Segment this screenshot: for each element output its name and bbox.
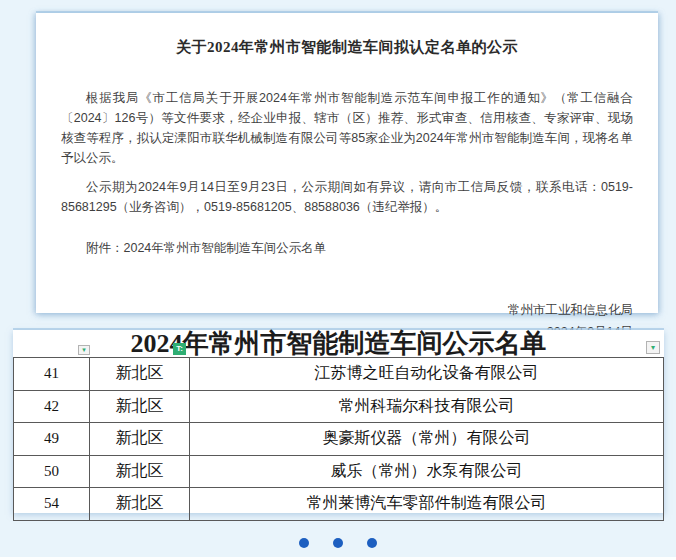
pagination-dot[interactable] bbox=[299, 538, 309, 548]
table-row: 42 新北区 常州科瑞尔科技有限公司 bbox=[14, 390, 664, 423]
pagination bbox=[0, 537, 676, 549]
document-paragraph-1: 根据我局《市工信局关于开展2024年常州市智能制造示范车间申报工作的通知》（常工… bbox=[61, 88, 633, 168]
page: { "colors":{ "page_background":"#e9f4fb"… bbox=[0, 0, 676, 560]
cell-district: 新北区 bbox=[90, 358, 190, 391]
table-row: 49 新北区 奥豪斯仪器（常州）有限公司 bbox=[14, 423, 664, 456]
cell-row-number: 50 bbox=[14, 455, 90, 488]
cell-row-number: 49 bbox=[14, 423, 90, 456]
cell-company-name: 常州莱博汽车零部件制造有限公司 bbox=[190, 488, 664, 521]
signature-issuer: 常州市工业和信息化局 bbox=[61, 299, 633, 321]
filter-applied-icon[interactable]: T: bbox=[173, 343, 186, 355]
cell-district: 新北区 bbox=[90, 455, 190, 488]
cell-company-name: 常州科瑞尔科技有限公司 bbox=[190, 390, 664, 423]
table-title-bar: 2024年常州市智能制造车间公示名单 ▾ T: ▾ bbox=[13, 330, 664, 357]
table-title: 2024年常州市智能制造车间公示名单 bbox=[131, 329, 547, 358]
cell-company-name: 江苏博之旺自动化设备有限公司 bbox=[190, 358, 664, 391]
cell-row-number: 41 bbox=[14, 358, 90, 391]
cell-company-name: 奥豪斯仪器（常州）有限公司 bbox=[190, 423, 664, 456]
cell-district: 新北区 bbox=[90, 390, 190, 423]
pagination-dot[interactable] bbox=[333, 538, 343, 548]
column-filter-dropdown-icon[interactable]: ▾ bbox=[646, 341, 660, 354]
announcement-document: 关于2024年常州市智能制造车间拟认定名单的公示 根据我局《市工信局关于开展20… bbox=[36, 13, 658, 313]
pagination-dot[interactable] bbox=[367, 538, 377, 548]
table-row: 41 新北区 江苏博之旺自动化设备有限公司 bbox=[14, 358, 664, 391]
table-row: 54 新北区 常州莱博汽车零部件制造有限公司 bbox=[14, 488, 664, 521]
table-row: 50 新北区 威乐（常州）水泵有限公司 bbox=[14, 455, 664, 488]
announcement-table-card: 2024年常州市智能制造车间公示名单 ▾ T: ▾ 41 新北区 江苏博之旺自动… bbox=[13, 330, 664, 513]
cell-district: 新北区 bbox=[90, 488, 190, 521]
cell-district: 新北区 bbox=[90, 423, 190, 456]
cell-row-number: 42 bbox=[14, 390, 90, 423]
document-paragraph-2: 公示期为2024年9月14日至9月23日，公示期间如有异议，请向市工信局反馈，联… bbox=[61, 177, 633, 217]
companies-table: 41 新北区 江苏博之旺自动化设备有限公司 42 新北区 常州科瑞尔科技有限公司… bbox=[13, 357, 664, 521]
document-title: 关于2024年常州市智能制造车间拟认定名单的公示 bbox=[61, 38, 633, 57]
attachment-line: 附件：2024年常州市智能制造车间公示名单 bbox=[61, 238, 633, 258]
cell-row-number: 54 bbox=[14, 488, 90, 521]
column-filter-dropdown-icon[interactable]: ▾ bbox=[78, 345, 90, 355]
cell-company-name: 威乐（常州）水泵有限公司 bbox=[190, 455, 664, 488]
companies-table-body: 41 新北区 江苏博之旺自动化设备有限公司 42 新北区 常州科瑞尔科技有限公司… bbox=[14, 358, 664, 521]
